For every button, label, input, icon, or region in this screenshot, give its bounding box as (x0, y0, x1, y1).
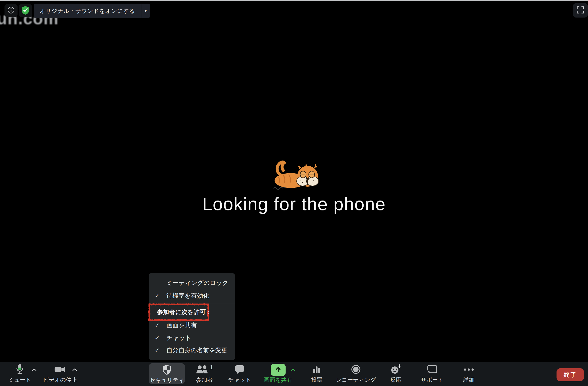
remote-support-icon (427, 365, 438, 375)
microphone-icon (15, 364, 25, 376)
chat-button[interactable]: チャット (228, 364, 251, 383)
info-icon (7, 6, 15, 15)
sleeping-cat-illustration (269, 157, 326, 191)
video-camera-icon (54, 365, 66, 375)
encryption-shield-icon (21, 5, 30, 16)
original-sound-toggle[interactable]: オリジナル・サウンドをオンにする ▼ (34, 4, 150, 18)
security-shield-icon (162, 365, 171, 376)
polls-button[interactable]: 投票 (311, 364, 322, 383)
menu-item-allow-rename[interactable]: ✓ 自分自身の名前を変更 (149, 344, 235, 356)
menu-item-label: ミーティングのロック (166, 279, 229, 287)
recording-label: レコーディング (336, 377, 376, 383)
participants-label: 参加者 (196, 377, 213, 383)
check-icon: ✓ (155, 335, 164, 342)
bar-chart-icon (312, 365, 321, 375)
share-options-chevron[interactable] (291, 368, 295, 372)
shared-screen-message: Looking for the phone (0, 194, 588, 214)
dropdown-triangle-icon: ▼ (144, 9, 147, 13)
security-button[interactable]: セキュリティ (149, 363, 185, 384)
reactions-button[interactable]: 反応 (390, 364, 401, 383)
menu-section-header: 参加者に次を許可： (149, 306, 235, 318)
encryption-status-button[interactable] (19, 4, 32, 17)
support-button[interactable]: サポート (421, 364, 444, 383)
share-screen-label: 画面を共有 (264, 377, 292, 383)
meeting-toolbar (0, 362, 588, 386)
menu-item-allow-chat[interactable]: ✓ チャット (149, 332, 235, 344)
end-meeting-label: 終了 (564, 371, 577, 379)
check-icon: ✓ (155, 322, 164, 329)
original-sound-label: オリジナル・サウンドをオンにする (34, 4, 141, 18)
stop-video-button[interactable]: ビデオの停止 (43, 364, 77, 383)
participants-button[interactable]: 1 参加者 (196, 364, 213, 383)
check-icon: ✓ (155, 347, 164, 354)
menu-item-label: チャット (166, 334, 191, 342)
reactions-label: 反応 (390, 377, 401, 383)
menu-item-label: 画面を共有 (166, 321, 197, 329)
mute-options-chevron[interactable] (32, 368, 37, 372)
chat-bubble-icon (235, 365, 245, 375)
check-icon: ✓ (155, 292, 164, 299)
end-meeting-button[interactable]: 終了 (557, 368, 584, 381)
mute-button[interactable]: ミュート (8, 364, 31, 383)
video-options-chevron[interactable] (72, 368, 77, 372)
support-label: サポート (421, 377, 444, 383)
fullscreen-icon (576, 6, 585, 15)
more-dots-icon (463, 368, 474, 372)
more-button[interactable]: 詳細 (463, 364, 474, 383)
menu-divider (149, 304, 235, 304)
record-icon (351, 364, 361, 375)
original-sound-dropdown[interactable]: ▼ (141, 4, 150, 18)
recording-button[interactable]: レコーディング (336, 364, 376, 383)
fullscreen-button[interactable] (573, 3, 588, 18)
participant-count-badge: 1 (210, 364, 213, 371)
window-top-edge (0, 0, 588, 1)
menu-item-lock-meeting[interactable]: ミーティングのロック (149, 277, 235, 289)
smiley-plus-icon (390, 364, 401, 375)
polls-label: 投票 (311, 377, 322, 383)
menu-item-enable-waiting-room[interactable]: ✓ 待機室を有効化 (149, 289, 235, 302)
security-label: セキュリティ (149, 377, 184, 383)
chat-label: チャット (228, 377, 251, 383)
meeting-info-button[interactable] (4, 4, 18, 17)
menu-item-label: 自分自身の名前を変更 (166, 346, 227, 354)
more-label: 詳細 (463, 377, 474, 383)
share-screen-icon (271, 364, 286, 376)
stop-video-label: ビデオの停止 (43, 377, 77, 383)
menu-item-allow-share-screen[interactable]: ✓ 画面を共有 (149, 319, 235, 331)
menu-item-label: 待機室を有効化 (166, 292, 209, 300)
share-screen-button[interactable]: 画面を共有 (264, 364, 292, 383)
mute-label: ミュート (8, 377, 31, 383)
participants-icon (196, 365, 209, 375)
security-menu: ミーティングのロック ✓ 待機室を有効化 参加者に次を許可： ✓ 画面を共有 ✓… (149, 273, 235, 360)
